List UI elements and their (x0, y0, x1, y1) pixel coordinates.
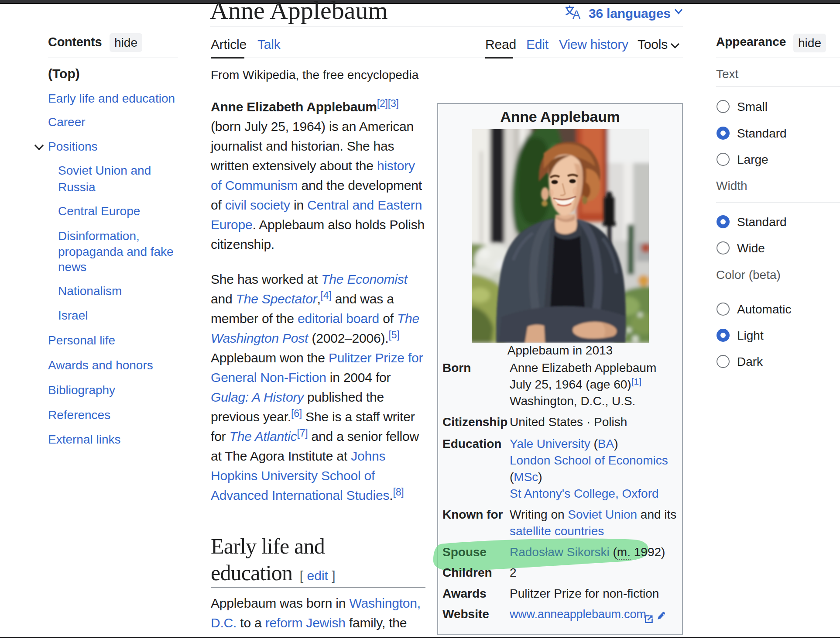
svg-text:A: A (573, 8, 580, 20)
